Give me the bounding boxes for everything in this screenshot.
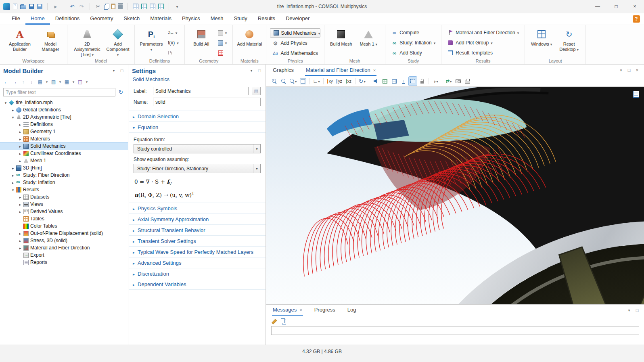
add-mathematics-button[interactable]: Add Mathematics (270, 49, 320, 58)
tree-item-results[interactable]: Results (0, 186, 128, 193)
application-builder-button[interactable]: Application Builder (4, 27, 36, 52)
chevron-right-icon[interactable] (18, 230, 23, 236)
tree-item-curvilinear-coordinates[interactable]: Curvilinear Coordinates (0, 150, 128, 157)
compute-button[interactable]: Compute (389, 28, 437, 37)
messages-output-field[interactable] (271, 326, 639, 335)
tab-log[interactable]: Log (347, 305, 357, 316)
snapshot-button[interactable] (454, 77, 462, 86)
print-button[interactable] (463, 77, 471, 86)
tree-item-geometry-1[interactable]: Geometry 1 (0, 128, 128, 135)
zoom-in-button[interactable]: + (270, 77, 278, 86)
model-manager-button[interactable]: Model Manager (38, 27, 63, 52)
show-options-icon[interactable] (63, 78, 71, 86)
chevron-down-icon[interactable] (3, 100, 8, 105)
chevron-right-icon[interactable] (18, 129, 23, 134)
table-tool-icon-3[interactable] (150, 4, 155, 9)
chevron-right-icon[interactable] (10, 172, 15, 178)
save-icon[interactable] (29, 4, 34, 9)
forward-icon[interactable] (11, 78, 19, 86)
label-input[interactable] (153, 87, 249, 95)
panel-menu-icon[interactable] (618, 67, 624, 73)
node-order-icon[interactable] (50, 78, 57, 86)
section-structural-transient-behavior[interactable]: Structural Transient Behavior (129, 224, 266, 235)
equation-form-select[interactable]: Study controlled (134, 144, 261, 153)
reset-desktop-button[interactable]: Reset Desktop (556, 27, 582, 52)
section-dependent-variables[interactable]: Dependent Variables (129, 279, 266, 290)
close-tab-icon[interactable] (299, 307, 302, 313)
chevron-right-icon[interactable] (18, 136, 23, 142)
tab-mesh[interactable]: Mesh (205, 13, 229, 25)
rotate-view-button[interactable] (358, 77, 366, 86)
tab-graphics[interactable]: Graphics (272, 65, 295, 76)
tab-file[interactable]: File (6, 13, 25, 25)
result-templates-button[interactable]: Result Templates (445, 48, 521, 57)
chevron-right-icon[interactable] (18, 158, 23, 163)
tree-item-3d-rim[interactable]: 3D [Rim] (0, 164, 128, 172)
tree-item-export[interactable]: Export (0, 251, 128, 259)
table-tool-icon-1[interactable] (133, 4, 138, 9)
tree-item-study-fiber-direction[interactable]: Study: Fiber Direction (0, 172, 128, 179)
close-tab-icon[interactable] (373, 67, 376, 73)
add-component-button[interactable]: Add Component (105, 27, 131, 58)
export-data-button[interactable] (399, 77, 408, 86)
variables-button[interactable]: a= (166, 28, 181, 37)
tab-study[interactable]: Study (229, 13, 253, 25)
panel-menu-icon[interactable] (626, 308, 632, 313)
yz-view-button[interactable]: yz (335, 77, 343, 86)
node-order-caret-icon[interactable] (58, 78, 62, 86)
chevron-right-icon[interactable] (18, 151, 23, 156)
filter-caret-icon[interactable] (85, 78, 89, 86)
panel-float-icon[interactable] (634, 308, 640, 313)
tree-item-color-tables[interactable]: Color Tables (0, 222, 128, 230)
back-icon[interactable] (2, 78, 10, 86)
add-study-button[interactable]: Add Study (389, 48, 437, 57)
minimize-button[interactable]: — (588, 0, 607, 13)
zoom-extents-button[interactable] (299, 77, 307, 86)
sound-button[interactable] (372, 77, 380, 86)
tab-definitions[interactable]: Definitions (50, 13, 85, 25)
zoom-box-button[interactable] (289, 77, 298, 86)
chevron-right-icon[interactable] (10, 180, 15, 185)
study-inflation-button[interactable]: Study: Inflation (389, 38, 437, 47)
tree-view-caret-icon[interactable] (45, 78, 49, 86)
test-application-icon[interactable] (52, 3, 59, 10)
chevron-right-icon[interactable] (10, 165, 15, 171)
xz-view-button[interactable]: xz (345, 77, 353, 86)
tree-item-stress-3d[interactable]: Stress, 3D (solid) (0, 237, 128, 244)
section-domain-selection[interactable]: Domain Selection (129, 111, 266, 121)
chevron-right-icon[interactable] (18, 238, 23, 243)
select-mode-button[interactable] (409, 77, 417, 86)
chevron-right-icon[interactable] (18, 194, 23, 200)
panel-menu-icon[interactable] (249, 68, 254, 73)
panel-close-icon[interactable] (634, 67, 640, 73)
tree-item-definitions[interactable]: Definitions (0, 121, 128, 128)
panel-float-icon[interactable] (119, 68, 125, 73)
chevron-right-icon[interactable] (18, 201, 23, 207)
tree-item-2d-axisymmetric[interactable]: 2D Axisymmetric [Tire] (0, 113, 128, 121)
geometry-grid-button[interactable] (216, 48, 229, 57)
redo-icon[interactable] (78, 3, 85, 10)
add-plot-group-button[interactable]: Add Plot Group (445, 38, 521, 47)
build-all-button[interactable]: Build All (188, 27, 214, 47)
toolbar-overflow-icon[interactable] (174, 3, 180, 10)
tree-item-tables[interactable]: Tables (0, 215, 128, 222)
grid-button[interactable] (390, 77, 398, 86)
add-physics-button[interactable]: Add Physics (270, 39, 320, 48)
section-advanced-settings[interactable]: Advanced Settings (129, 257, 266, 268)
default-view-button[interactable] (312, 77, 321, 86)
tree-item-mesh-1[interactable]: Mesh 1 (0, 157, 128, 164)
name-input[interactable] (153, 98, 261, 106)
section-axial-symmetry-approximation[interactable]: Axial Symmetry Approximation (129, 213, 266, 224)
copy-messages-icon[interactable] (281, 318, 285, 323)
tree-item-global-definitions[interactable]: Global Definitions (0, 106, 128, 113)
section-discretization[interactable]: Discretization (129, 268, 266, 279)
tree-view-icon[interactable] (36, 78, 44, 86)
chevron-right-icon[interactable] (18, 143, 23, 149)
close-button[interactable]: × (625, 0, 644, 13)
panel-float-icon[interactable] (257, 68, 262, 73)
physics-interface-select[interactable]: Solid Mechanics (270, 28, 320, 38)
tree-item-out-of-plane-displacement[interactable]: Out-of-Plane Displacement (solid) (0, 230, 128, 237)
chevron-right-icon[interactable] (18, 245, 23, 251)
show-equation-select[interactable]: Study: Fiber Direction, Stationary (134, 164, 261, 173)
save-as-icon[interactable] (37, 4, 42, 9)
